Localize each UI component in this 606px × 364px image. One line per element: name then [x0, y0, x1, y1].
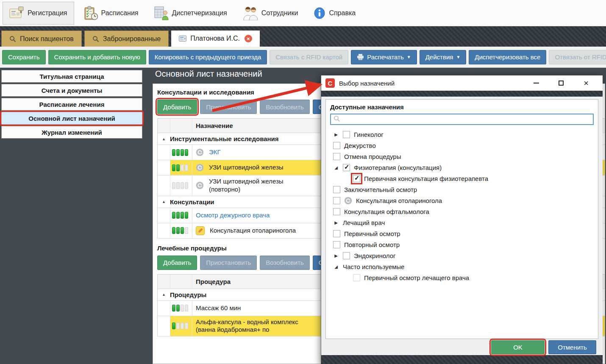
tree-item[interactable]: Заключительный осмотр [326, 184, 598, 195]
tree-checkbox[interactable] [343, 252, 350, 259]
actions-button[interactable]: Действия▼ [420, 50, 467, 64]
search-box[interactable] [330, 114, 594, 125]
tree-item[interactable]: Первичный осмотр [326, 228, 598, 239]
tab-label: Забронированные [103, 35, 161, 43]
print-button[interactable]: Распечатать▼ [351, 50, 417, 64]
progress-indicator [172, 305, 188, 311]
expander-collapsed-icon[interactable]: ▶ [333, 220, 339, 225]
progress-block-off [185, 227, 188, 234]
progress-block-on [181, 149, 184, 156]
row-label[interactable]: ЭКГ [209, 148, 221, 156]
tree-item[interactable]: ▶Гинеколог [326, 129, 598, 140]
tree-item[interactable]: Консультация офтальмолога [326, 206, 598, 217]
dispatch-all-button[interactable]: Диспетчеризовать все [469, 50, 546, 64]
tree-item-label: Гинеколог [354, 131, 384, 138]
ribbon-item-2[interactable]: Расписания [77, 2, 145, 25]
tree-item[interactable]: ▶Лечащий врач [326, 217, 598, 228]
save-button[interactable]: Сохранить [2, 50, 46, 64]
sidebar-item-1[interactable]: Титульная страница [1, 70, 142, 83]
tree-checkbox[interactable] [353, 175, 360, 182]
repeat-icon [196, 164, 204, 172]
tree-checkbox[interactable] [333, 186, 340, 193]
progress-block-on [172, 164, 175, 171]
sidebar-item-2[interactable]: Счета и документы [1, 84, 142, 97]
tab-label: Платонова И.С. [190, 35, 240, 42]
tree-checkbox[interactable] [333, 153, 340, 160]
available-assignments-panel: Доступные назначения ▶ГинекологДежурство… [325, 99, 598, 339]
tree-checkbox[interactable] [333, 142, 340, 149]
tab-3[interactable]: Платонова И.С.× [171, 31, 260, 47]
progress-block-off [181, 305, 184, 311]
copy-previous-visit-button[interactable]: Копировать с предыдущего приезда [149, 50, 267, 64]
sidebar-item-3[interactable]: Расписание лечения [1, 98, 142, 111]
progress-block-on [176, 227, 180, 234]
ribbon-item-5[interactable]: Справка [307, 2, 362, 25]
tree-checkbox[interactable] [353, 274, 360, 281]
tree-item[interactable]: Дежурство [326, 140, 598, 151]
tree-item[interactable]: ◢Часто используемые [326, 261, 598, 272]
row-progress-cell [170, 208, 192, 223]
add-procedure-button[interactable]: Добавить [157, 256, 197, 270]
tree-item[interactable]: ▶Эндокринолог [326, 250, 598, 261]
row-label[interactable]: Осмотр дежурного врача [196, 211, 270, 220]
tree-item-label: Повторный осмотр [344, 241, 400, 248]
save-and-add-button[interactable]: Сохранить и добавить новую [48, 50, 146, 64]
tree-item[interactable]: Первичный осмотр лечащего врача [326, 272, 598, 283]
ribbon-item-3[interactable]: Диспетчеризация [147, 2, 234, 25]
link-rfid-button: Связать с RFID картой [270, 50, 348, 64]
tree-item-label: Часто используемые [343, 263, 404, 270]
button-label: Возобновить [266, 103, 303, 111]
ribbon-item-1[interactable]: Регистрация [3, 2, 74, 25]
tree-checkbox[interactable] [333, 197, 340, 204]
maximize-icon[interactable] [555, 77, 567, 89]
sidebar-item-5[interactable]: Журнал изменений [1, 126, 142, 139]
tab-close-icon[interactable]: × [245, 35, 252, 42]
action-toolbar: СохранитьСохранить и добавить новуюКопир… [0, 47, 606, 68]
group-label: Процедуры [170, 291, 207, 298]
ribbon-item-label: Диспетчеризация [172, 9, 227, 17]
cancel-button[interactable]: Отменить [548, 340, 596, 354]
dialog-title: Выбор назначений [339, 80, 525, 87]
sidebar-item-4[interactable]: Основной лист назначений [1, 112, 142, 125]
close-icon[interactable]: × [580, 77, 592, 89]
row-expander-cell [158, 208, 170, 223]
expander-collapsed-icon[interactable]: ▶ [333, 253, 339, 258]
progress-block-on [176, 164, 180, 171]
ok-button[interactable]: OK [491, 340, 545, 354]
tree-item-label: Первичный осмотр [344, 230, 400, 237]
tree-item[interactable]: Отмена процедуры [326, 151, 598, 162]
row-label: Массаж 60 мин [196, 304, 241, 312]
expander-expanded-icon[interactable]: ◢ [333, 165, 339, 170]
tree-checkbox[interactable] [333, 230, 340, 237]
expander-expanded-icon[interactable]: ◢ [333, 264, 339, 269]
tree-checkbox[interactable] [343, 164, 350, 171]
tree-item-label: Первичная консультация физиотерапевта [364, 175, 488, 182]
tree-checkbox[interactable] [333, 208, 340, 215]
tab-1[interactable]: Поиск пациентов [1, 31, 82, 47]
tree-item[interactable]: ◢Физиотерапия (консультация) [326, 162, 598, 173]
tab-2[interactable]: Забронированные [84, 31, 169, 47]
tree-item[interactable]: Повторный осмотр [326, 239, 598, 250]
app-logo-icon: С [325, 78, 335, 88]
progress-block-off [172, 182, 175, 189]
row-progress-cell [170, 316, 192, 336]
ribbon-item-4[interactable]: Сотрудники [236, 2, 305, 25]
button-label: Приостановить [206, 103, 251, 111]
expander-collapsed-icon[interactable]: ▶ [333, 132, 339, 137]
registration-icon [9, 6, 25, 20]
schedules-icon [83, 6, 98, 20]
tree-item[interactable]: Первичная консультация физиотерапевта [326, 173, 598, 184]
add-assignment-button[interactable]: Добавить [157, 100, 197, 114]
button-label: Действия [425, 53, 453, 61]
button-label: Возобновить [266, 259, 303, 266]
tree-checkbox[interactable] [333, 241, 340, 248]
tree-checkbox[interactable] [343, 131, 350, 138]
tree-item-label: Первичный осмотр лечащего врача [364, 274, 469, 281]
group-label: Инструментальные исследования [170, 135, 279, 142]
tree-item[interactable]: Консультация отолариногола [326, 195, 598, 206]
minimize-icon[interactable] [530, 77, 542, 89]
staff-icon [242, 6, 259, 20]
ribbon-items: РегистрацияРасписанияДиспетчеризацияСотр… [0, 2, 362, 25]
search-input[interactable] [343, 116, 590, 123]
progress-block-on [176, 149, 180, 156]
